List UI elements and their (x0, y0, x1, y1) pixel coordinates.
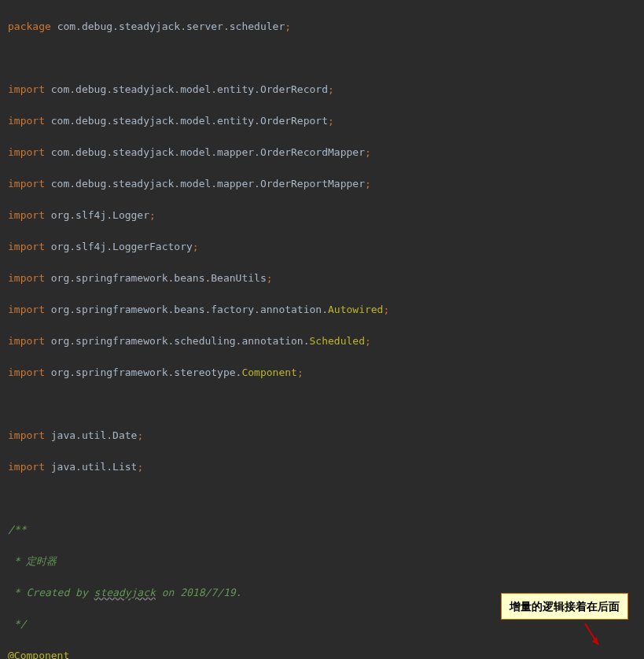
code-line[interactable]: import com.debug.steadyjack.model.entity… (0, 113, 644, 129)
javadoc: */ (8, 618, 26, 630)
keyword: import (8, 178, 45, 190)
keyword: package (8, 20, 51, 32)
keyword: import (8, 304, 45, 315)
keyword: import (8, 241, 45, 252)
annotation: @Component (8, 650, 69, 659)
blank-line[interactable] (0, 491, 644, 506)
import-path: org.springframework.scheduling.annotatio… (51, 335, 310, 347)
code-line[interactable]: import org.slf4j.LoggerFactory; (0, 239, 644, 255)
javadoc: * 定时器 (8, 555, 57, 567)
javadoc: /** (8, 524, 26, 536)
code-line[interactable]: import com.debug.steadyjack.model.mapper… (0, 145, 644, 160)
import-path: com.debug.steadyjack.model.entity.OrderR… (51, 83, 328, 95)
import-path: org.slf4j.LoggerFactory (51, 241, 193, 252)
code-line[interactable]: import org.springframework.beans.factory… (0, 302, 644, 318)
javadoc: on 2018/7/19. (156, 587, 242, 598)
code-line[interactable]: import org.springframework.scheduling.an… (0, 333, 644, 349)
doc-line[interactable]: * 定时器 (0, 554, 644, 569)
import-class: Component (241, 366, 296, 378)
keyword: import (8, 146, 45, 158)
import-path: com.debug.steadyjack.model.mapper.OrderR… (51, 146, 365, 158)
javadoc-author: steadyjack (94, 587, 156, 598)
annotation-callout: 增量的逻辑接着在后面 (501, 593, 628, 620)
javadoc: * Created by (8, 587, 94, 598)
keyword: import (8, 366, 45, 378)
code-line[interactable]: import java.util.List; (0, 459, 644, 475)
code-line[interactable]: import org.slf4j.Logger; (0, 208, 644, 223)
import-path: org.slf4j.Logger (51, 209, 149, 221)
code-line[interactable]: package com.debug.steadyjack.server.sche… (0, 19, 644, 35)
code-line[interactable]: import com.debug.steadyjack.model.mapper… (0, 176, 644, 192)
keyword: import (8, 83, 45, 95)
code-line[interactable]: import org.springframework.beans.BeanUti… (0, 271, 644, 286)
package-path: com.debug.steadyjack.server.scheduler (57, 20, 285, 32)
svg-marker-1 (592, 637, 598, 645)
semicolon: ; (285, 20, 291, 32)
import-path: java.util.Date (51, 429, 138, 441)
import-path: org.springframework.stereotype. (51, 366, 242, 378)
keyword: import (8, 461, 45, 473)
import-path: com.debug.steadyjack.model.entity.OrderR… (51, 115, 328, 127)
code-editor[interactable]: package com.debug.steadyjack.server.sche… (0, 0, 644, 659)
code-line[interactable]: @Component (0, 648, 644, 659)
import-path: org.springframework.beans.factory.annota… (51, 304, 328, 315)
import-path: java.util.List (51, 461, 138, 473)
doc-line[interactable]: /** (0, 522, 644, 538)
keyword: import (8, 429, 45, 441)
import-class: Autowired (328, 304, 383, 315)
arrow-icon (581, 620, 605, 651)
code-line[interactable]: import org.springframework.stereotype.Co… (0, 365, 644, 381)
import-path: org.springframework.beans.BeanUtils (51, 272, 267, 284)
blank-line[interactable] (0, 50, 644, 66)
import-class: Scheduled (310, 335, 365, 347)
code-line[interactable]: import java.util.Date; (0, 428, 644, 444)
keyword: import (8, 272, 45, 284)
blank-line[interactable] (0, 396, 644, 412)
keyword: import (8, 209, 45, 221)
code-line[interactable]: import com.debug.steadyjack.model.entity… (0, 82, 644, 98)
keyword: import (8, 335, 45, 347)
keyword: import (8, 115, 45, 127)
import-path: com.debug.steadyjack.model.mapper.OrderR… (51, 178, 365, 190)
